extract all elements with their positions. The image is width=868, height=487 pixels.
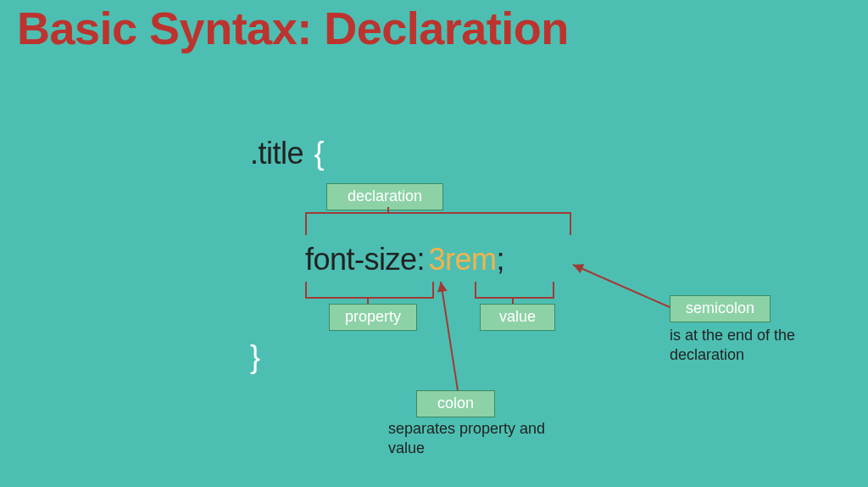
bracket-declaration bbox=[305, 212, 571, 235]
label-semicolon: semicolon bbox=[670, 295, 771, 322]
svg-line-1 bbox=[573, 265, 670, 307]
code-brace-open: { bbox=[314, 136, 324, 171]
code-selector: .title bbox=[250, 136, 303, 171]
svg-line-0 bbox=[441, 282, 458, 390]
code-colon: : bbox=[417, 242, 426, 277]
code-semicolon: ; bbox=[497, 242, 505, 277]
label-declaration: declaration bbox=[326, 183, 443, 210]
code-brace-close: } bbox=[250, 339, 260, 375]
bracket-property bbox=[305, 282, 434, 299]
bracket-value bbox=[475, 282, 554, 299]
code-line-2: font-size: 3rem; bbox=[305, 242, 504, 277]
label-value: value bbox=[480, 304, 555, 331]
annotation-colon: separates property and value bbox=[388, 419, 575, 459]
label-property: property bbox=[329, 304, 417, 331]
code-property: font-size bbox=[305, 242, 417, 277]
code-value: 3rem bbox=[429, 242, 497, 277]
label-colon: colon bbox=[416, 390, 495, 417]
annotation-semicolon: is at the end of the declaration bbox=[670, 326, 839, 366]
slide-title: Basic Syntax: Declaration bbox=[17, 2, 569, 54]
bracket-declaration-tick bbox=[387, 207, 389, 214]
code-line-1: .title { bbox=[250, 136, 324, 171]
